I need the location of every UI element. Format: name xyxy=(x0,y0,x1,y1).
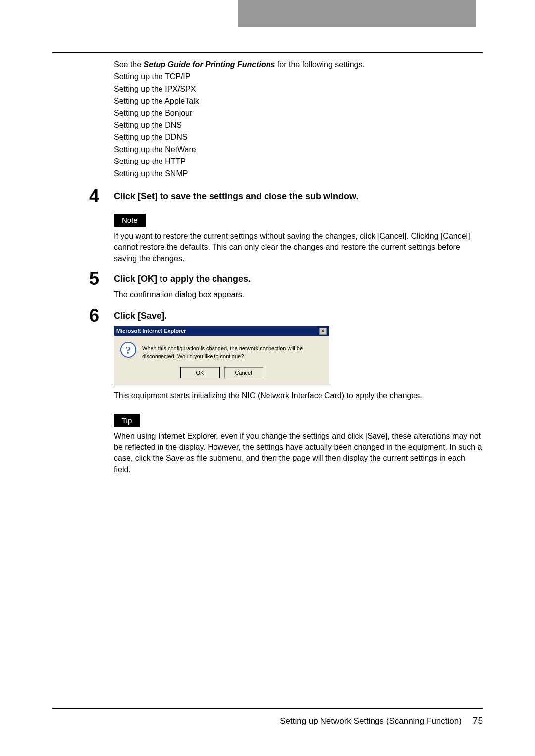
settings-list: Setting up the TCP/IP Setting up the IPX… xyxy=(114,71,483,179)
step-6-after: This equipment starts initializing the N… xyxy=(114,390,483,401)
setting-item: Setting up the DNS xyxy=(114,120,483,131)
page-number: 75 xyxy=(473,715,483,726)
note-text: If you want to restore the current setti… xyxy=(114,231,483,264)
setting-item: Setting up the Bonjour xyxy=(114,108,483,119)
page-content: See the Setup Guide for Printing Functio… xyxy=(114,59,483,484)
setting-item: Setting up the AppleTalk xyxy=(114,96,483,107)
dialog-title: Microsoft Internet Explorer xyxy=(116,327,186,335)
cancel-button[interactable]: Cancel xyxy=(224,367,263,378)
svg-text:?: ? xyxy=(126,344,131,356)
top-horizontal-rule xyxy=(52,52,483,53)
intro-suffix: for the following settings. xyxy=(275,60,365,69)
dialog-body: ? When this configuration is changed, th… xyxy=(114,336,329,367)
setting-item: Setting up the DDNS xyxy=(114,132,483,143)
setting-item: Setting up the IPX/SPX xyxy=(114,84,483,95)
setting-item: Setting up the HTTP xyxy=(114,156,483,167)
step-5: 5 Click [OK] to apply the changes. The c… xyxy=(89,273,483,301)
page-footer: Setting up Network Settings (Scanning Fu… xyxy=(280,715,483,726)
step-number-5: 5 xyxy=(89,270,99,288)
intro-bold: Setup Guide for Printing Functions xyxy=(144,60,275,69)
question-icon: ? xyxy=(120,342,136,358)
confirmation-dialog: Microsoft Internet Explorer × ? When thi… xyxy=(114,326,329,385)
dialog-message: When this configuration is changed, the … xyxy=(142,342,323,360)
step-number-6: 6 xyxy=(89,307,99,324)
footer-title: Setting up Network Settings (Scanning Fu… xyxy=(280,716,462,726)
intro-prefix: See the xyxy=(114,60,144,69)
dialog-buttons: OK Cancel xyxy=(114,367,329,385)
step-number-4: 4 xyxy=(89,187,99,205)
step-5-desc: The confirmation dialog box appears. xyxy=(114,289,483,300)
setting-item: Setting up the NetWare xyxy=(114,144,483,155)
tip-label: Tip xyxy=(114,414,140,427)
intro-text: See the Setup Guide for Printing Functio… xyxy=(114,59,483,70)
setting-item: Setting up the TCP/IP xyxy=(114,71,483,82)
step-6: 6 Click [Save]. Microsoft Internet Explo… xyxy=(89,310,483,475)
ok-button[interactable]: OK xyxy=(181,367,219,378)
dialog-titlebar: Microsoft Internet Explorer × xyxy=(114,326,329,336)
close-icon[interactable]: × xyxy=(319,328,327,335)
step-6-title: Click [Save]. xyxy=(114,310,483,322)
bottom-horizontal-rule xyxy=(52,708,483,709)
note-label: Note xyxy=(114,214,146,227)
step-4-title: Click [Set] to save the settings and clo… xyxy=(114,190,483,203)
tip-text: When using Internet Explorer, even if yo… xyxy=(114,431,483,476)
step-5-title: Click [OK] to apply the changes. xyxy=(114,273,483,285)
setting-item: Setting up the SNMP xyxy=(114,168,483,179)
step-4: 4 Click [Set] to save the settings and c… xyxy=(89,190,483,264)
header-gray-bar xyxy=(238,0,476,27)
